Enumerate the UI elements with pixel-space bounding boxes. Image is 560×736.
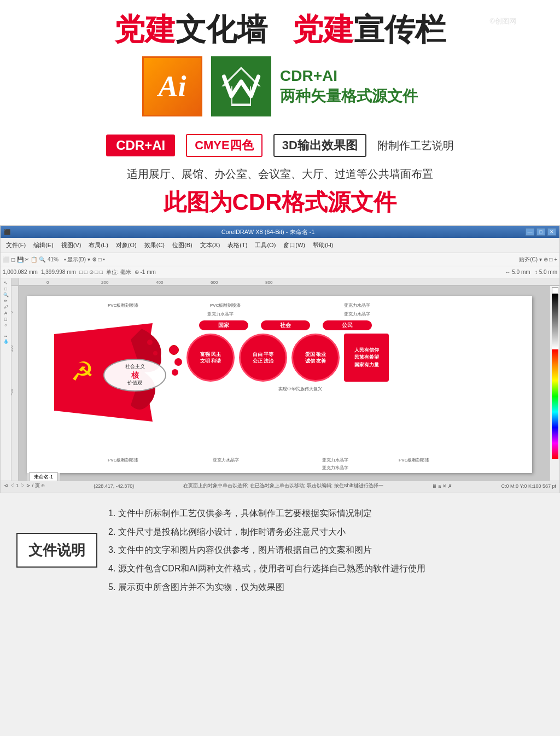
tool-eyedrop[interactable]: 💧 — [3, 339, 9, 344]
menu-help[interactable]: 帮助(H) — [310, 240, 336, 250]
snap-btn: 贴齐(C) ▾ ⊕ □ + — [519, 256, 557, 264]
core-values-area: 国家 社会 公民 — [169, 320, 517, 451]
tool-shape[interactable]: □ — [4, 287, 7, 291]
color-gradient-rainbow — [552, 349, 558, 459]
cdr-title-text: CorelDRAW X8 (64-Bit) - 未命名 -1 — [13, 228, 523, 236]
menu-text[interactable]: 文本(X) — [197, 240, 224, 250]
title-highlight-1: 党建 — [114, 12, 176, 46]
coreldraw-area: ⬛ CorelDRAW X8 (64-Bit) - 未命名 -1 — □ ✕ 文… — [0, 225, 560, 493]
ruler-corner — [11, 278, 19, 286]
cdr-format-text: 此图为CDR格式源文件 — [0, 184, 560, 225]
ruler-area: 0 200 400 600 800 — [11, 278, 559, 286]
tool-text[interactable]: A — [4, 311, 7, 316]
cat-shehui: 社会 — [261, 320, 310, 330]
svg-text:800: 800 — [265, 280, 273, 285]
val-wenming: 文明 和谐 — [200, 358, 221, 365]
oval-core-values: 社会主义 核 价值观 — [103, 359, 166, 392]
desc-text-1: 1. 文件中所标制作工艺仅供参考，具体制作工艺要根据实际情况制定 — [108, 504, 372, 523]
menu-effects[interactable]: 效果(C) — [141, 240, 168, 250]
menu-table[interactable]: 表格(T) — [224, 240, 250, 250]
menu-layout[interactable]: 布局(L) — [85, 240, 111, 250]
val-fuqiang: 富强 民主 — [200, 351, 221, 358]
svg-text:400: 400 — [156, 280, 164, 285]
cdr-menubar: 文件(F) 编辑(E) 视图(V) 布局(L) 对象(O) 效果(C) 位图(B… — [1, 238, 559, 253]
badge-3d: 3D输出效果图 — [273, 134, 366, 157]
page-tab-bar: 未命名-1 — [27, 473, 60, 481]
menu-object[interactable]: 对象(O) — [113, 240, 140, 250]
title-mid-2: 宣传栏 — [354, 12, 446, 46]
snap-display: ↔ 5.0 mm ↕ 5.0 mm — [505, 269, 557, 275]
cdr-main: ↖ □ 🔍 ✏ 🖊 A ◻ ○ ▪▪ 💧 0 200 400 — [1, 278, 559, 481]
desc-text-3: 3. 文件中的文字和图片内容仅供参考，图片请根据自己的文案和图片 — [108, 541, 372, 559]
file-desc-list: 1. 文件中所标制作工艺仅供参考，具体制作工艺要根据实际情况制定 2. 文件尺寸… — [108, 504, 544, 596]
tool-freehand[interactable]: ✏ — [4, 299, 8, 303]
apply-text: 适用展厅、展馆、办公室、会议室、大厅、过道等公共墙面布置 — [0, 163, 560, 184]
tool-pointer[interactable]: ↖ — [4, 281, 8, 285]
cdr-icon — [211, 56, 271, 116]
desc-item-1: 1. 文件中所标制作工艺仅供参考，具体制作工艺要根据实际情况制定 — [108, 504, 544, 523]
maximize-btn[interactable]: □ — [536, 228, 545, 236]
ai-icon: Ai — [142, 56, 202, 116]
format-line1: CDR+AI — [280, 66, 418, 86]
ruler-v-svg: 0 200 400 — [11, 286, 19, 481]
color-display: 🖥 a ✕ ✗ — [432, 483, 453, 489]
offset: ⊕ -1 mm — [135, 269, 156, 275]
design-canvas: PVC板雕刻喷漆 PVC板雕刻喷漆 亚克力水晶字 亚克力水晶字 亚克力水晶字 — [27, 296, 532, 473]
close-btn[interactable]: ✕ — [547, 228, 556, 236]
citizen-extra-box: 人民有信仰 民族有希望 国家有力量 — [344, 334, 389, 382]
ruler-h-svg: 0 200 400 600 800 — [19, 278, 559, 286]
menu-view[interactable]: 视图(V) — [58, 240, 85, 250]
coord-x: 1,000.082 mm — [3, 269, 38, 275]
title-mid-1: 文化墙 — [176, 12, 267, 46]
format-line2: 两种矢量格式源文件 — [280, 86, 418, 107]
coord-y: 1,399.998 mm — [41, 269, 76, 275]
ruler-vertical: 0 200 400 — [11, 286, 19, 481]
menu-tools[interactable]: 工具(O) — [252, 240, 279, 250]
annotation-acrylic-2: 亚克力水晶字 — [344, 311, 370, 317]
svg-point-15 — [153, 351, 158, 355]
tool-pen[interactable]: 🖊 — [4, 305, 8, 309]
oval-text-2: 价值观 — [127, 380, 142, 387]
party-flag-area: ☭ 社会主义 核 价值观 — [54, 323, 164, 422]
page-indicator: ⊲ ◁ 1 ▷ ⊳ / 页 ⊕ — [4, 482, 45, 489]
cdr-canvas: PVC板雕刻喷漆 PVC板雕刻喷漆 亚克力水晶字 亚克力水晶字 亚克力水晶字 — [19, 286, 550, 481]
annotation-acrylic-1: 亚克力水晶字 — [207, 311, 234, 317]
desc-text-2: 2. 文件尺寸是投稿比例缩小设计，制作时请务必注意尺寸大小 — [108, 523, 346, 541]
minimize-btn[interactable]: — — [526, 228, 534, 236]
cat-gongmin: 公民 — [323, 320, 372, 330]
tool-ellipse[interactable]: ○ — [4, 323, 7, 328]
desc-item-3: 3. 文件中的文字和图片内容仅供参考，图片请根据自己的文案和图片 — [108, 541, 544, 559]
svg-text:400: 400 — [11, 389, 13, 395]
annotation-bottom-4: PVC板雕刻喷漆 — [399, 457, 429, 463]
tool-zoom[interactable]: 🔍 — [3, 293, 9, 297]
cdr-page: PVC板雕刻喷漆 PVC板雕刻喷漆 亚克力水晶字 亚克力水晶字 亚克力水晶字 — [27, 296, 532, 473]
annotation-bottom-5: 亚克力水晶字 — [322, 465, 348, 471]
menu-window[interactable]: 窗口(W) — [280, 240, 308, 250]
menu-edit[interactable]: 编辑(E) — [30, 240, 57, 250]
citizen-line3: 国家有力量 — [354, 361, 379, 369]
desc-text-5: 5. 展示页中所含图片并不为实物，仅为效果图 — [108, 578, 284, 597]
small-circle-1 — [169, 345, 179, 355]
menu-file[interactable]: 文件(F) — [3, 240, 29, 250]
software-row: Ai CDR+AI 两种矢量格式源文件 — [22, 56, 538, 116]
badge-cdr-ai: CDR+AI — [106, 135, 175, 156]
cdr-toolbar3: 1,000.082 mm 1,399.998 mm □ □ ⊙ □ □ 单位: … — [1, 266, 559, 278]
menu-bitmap[interactable]: 位图(B) — [169, 240, 196, 250]
cat-guojia: 国家 — [199, 320, 248, 330]
title-highlight-2: 党建 — [293, 12, 354, 46]
badges-row: CDR+AI CMYE四色 3D输出效果图 附制作工艺说明 — [0, 127, 560, 163]
annotation-bottom-1: PVC板雕刻喷漆 — [108, 457, 138, 463]
small-circle-2 — [174, 358, 182, 366]
val-gongzheng: 公正 法治 — [253, 358, 274, 365]
tool-rect[interactable]: ◻ — [4, 317, 8, 322]
color-gradient-gray — [552, 294, 558, 349]
svg-text:0: 0 — [11, 311, 13, 313]
file-desc-section: 文件说明 1. 文件中所标制作工艺仅供参考，具体制作工艺要根据实际情况制定 2.… — [0, 493, 560, 607]
zoom-display: 41% — [48, 256, 59, 262]
svg-text:600: 600 — [211, 280, 218, 285]
tool-fill[interactable]: ▪▪ — [4, 334, 7, 338]
fill-display: C:0 M:0 Y:0 K:100 567 pt — [501, 483, 556, 489]
page-tab[interactable]: 未命名-1 — [29, 472, 58, 481]
cdr-titlebar: ⬛ CorelDRAW X8 (64-Bit) - 未命名 -1 — □ ✕ — [1, 226, 559, 238]
color-white[interactable] — [552, 287, 558, 294]
